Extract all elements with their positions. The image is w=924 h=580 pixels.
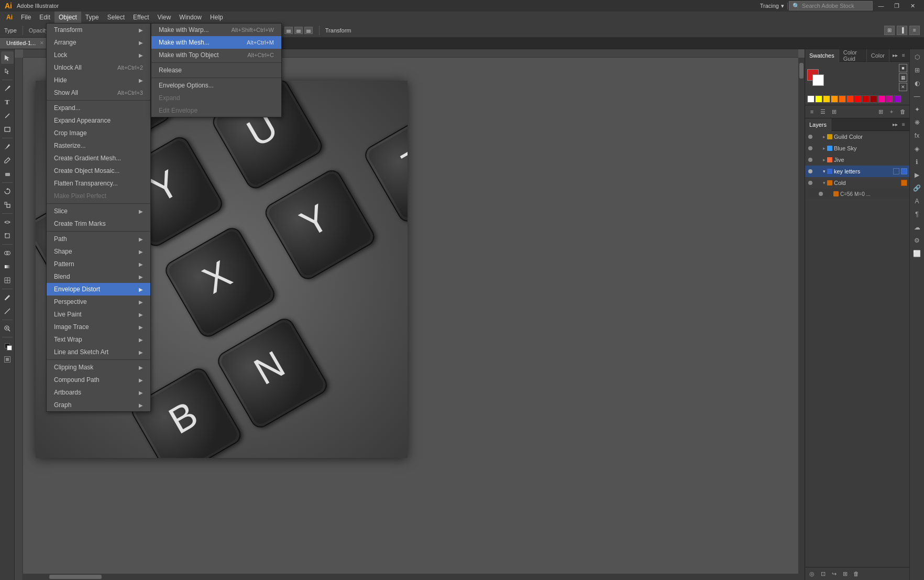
panel-menu-icon[interactable]: ≡ [900, 52, 907, 59]
character-styles-panel-icon[interactable]: A [911, 195, 923, 207]
search-box[interactable]: 🔍 [789, 1, 873, 10]
menu-item-blend[interactable]: Blend ▶ [47, 270, 150, 283]
swatch-item[interactable] [823, 95, 830, 103]
layer-visibility-jive[interactable] [807, 157, 813, 163]
menu-item-path[interactable]: Path ▶ [47, 233, 150, 245]
layer-visibility-blue-sky[interactable] [807, 145, 813, 151]
appearance-panel-icon[interactable]: ◈ [911, 143, 923, 155]
menu-item-create-object-mosaic[interactable]: Create Object Mosaic... [47, 165, 150, 177]
stroke-panel-icon[interactable]: — [911, 91, 923, 102]
align-left-button[interactable] [284, 27, 293, 34]
horizontal-scrollbar[interactable] [23, 574, 805, 580]
selection-tool-button[interactable] [1, 51, 14, 64]
links-panel-icon[interactable]: 🔗 [911, 182, 923, 194]
layer-item-blue-sky[interactable]: ▸ Blue Sky [805, 143, 909, 154]
menu-item-create-trim-marks[interactable]: Create Trim Marks [47, 217, 150, 230]
menu-item-live-paint[interactable]: Live Paint ▶ [47, 308, 150, 321]
menu-item-expand[interactable]: Expand... [47, 102, 150, 114]
swatch-item[interactable] [815, 95, 822, 103]
menu-item-create-gradient-mesh[interactable]: Create Gradient Mesh... [47, 152, 150, 165]
layer-item-cold[interactable]: ▾ Cold [805, 177, 909, 189]
measure-tool-button[interactable] [1, 305, 14, 318]
info-panel-icon[interactable]: ℹ [911, 156, 923, 168]
gradient-tool-button[interactable] [1, 260, 14, 273]
free-transform-tool-button[interactable] [1, 229, 14, 242]
zoom-tool-button[interactable] [1, 322, 14, 335]
submenu-make-with-mesh[interactable]: Make with Mesh... Alt+Ctrl+M [151, 36, 281, 49]
menu-item-artboards[interactable]: Artboards ▶ [47, 386, 150, 399]
delete-selection-btn[interactable]: 🗑 [851, 569, 861, 578]
direct-selection-tool-button[interactable] [1, 65, 14, 78]
tab-color-guide[interactable]: Color Guid [839, 49, 867, 62]
eraser-tool-button[interactable] [1, 168, 14, 180]
properties-panel-icon[interactable]: ⚙ [911, 235, 923, 246]
tab-layers[interactable]: Layers [805, 118, 831, 131]
submenu-release[interactable]: Release [151, 64, 281, 76]
menu-item-flatten-transparency[interactable]: Flatten Transparency... [47, 177, 150, 190]
grid-button[interactable]: ⊞ [884, 26, 895, 35]
menu-item-envelope-distort[interactable]: Envelope Distort ▶ [47, 283, 150, 296]
scrollbar-thumb-v[interactable] [799, 63, 804, 79]
pencil-tool-button[interactable] [1, 154, 14, 167]
submenu-envelope-options[interactable]: Envelope Options... [151, 79, 281, 92]
mesh-tool-button[interactable] [1, 274, 14, 287]
close-button[interactable]: ✕ [905, 0, 920, 12]
menu-item-expand-appearance[interactable]: Expand Appearance [47, 114, 150, 127]
panel-button[interactable]: ▐ [897, 26, 907, 35]
panel-expand-icon[interactable]: ▸▸ [892, 52, 899, 59]
rect-tool-button[interactable] [1, 123, 14, 136]
menu-item-slice[interactable]: Slice ▶ [47, 205, 150, 217]
swatch-library-btn[interactable]: ≡ [807, 107, 817, 116]
menu-window[interactable]: Window [175, 12, 206, 23]
layer-expand-jive[interactable]: ▸ [823, 157, 826, 162]
menu-item-shape[interactable]: Shape ▶ [47, 245, 150, 258]
menu-effect[interactable]: Effect [129, 12, 153, 23]
menu-item-transform[interactable]: Transform ▶ [47, 24, 150, 36]
swatch-item[interactable] [831, 95, 838, 103]
create-new-layer-btn[interactable]: ⊞ [840, 569, 850, 578]
pen-tool-button[interactable] [1, 82, 14, 95]
actions-panel-icon[interactable]: ▶ [911, 169, 923, 181]
scale-tool-button[interactable] [1, 199, 14, 211]
doc-tab-untitled[interactable]: Untitled-1... ✕ [0, 37, 51, 49]
menu-item-clipping-mask[interactable]: Clipping Mask ▶ [47, 361, 150, 374]
menu-item-text-wrap[interactable]: Text Wrap ▶ [47, 333, 150, 346]
eyedropper-tool-button[interactable] [1, 291, 14, 304]
menu-item-pattern[interactable]: Pattern ▶ [47, 258, 150, 270]
align-center-button[interactable] [294, 27, 303, 34]
show-swatch-kinds-btn[interactable]: ☰ [818, 107, 828, 116]
layer-visibility-guild[interactable] [807, 134, 813, 140]
menu-file[interactable]: File [17, 12, 35, 23]
swatch-grid-btn[interactable]: ⊞ [829, 107, 839, 116]
line-tool-button[interactable] [1, 110, 14, 122]
layer-expand-cold[interactable]: ▾ [823, 180, 826, 185]
tab-color[interactable]: Color [867, 49, 889, 62]
scrollbar-thumb-h[interactable] [49, 575, 102, 579]
menu-item-show-all[interactable]: Show All Alt+Ctrl+3 [47, 86, 150, 99]
layer-expand-blue-sky[interactable]: ▸ [823, 146, 826, 151]
brush-panel-icon[interactable]: ✦ [911, 104, 923, 115]
swatch-item[interactable] [846, 95, 854, 103]
swatch-item[interactable] [894, 95, 901, 103]
rotate-tool-button[interactable] [1, 185, 14, 198]
layer-visibility-cold[interactable] [807, 180, 813, 186]
libraries-panel-icon[interactable]: ☁ [911, 222, 923, 233]
menu-object[interactable]: Object [54, 12, 81, 23]
layer-item-jive[interactable]: ▸ Jive [805, 154, 909, 166]
menu-item-lock[interactable]: Lock ▶ [47, 49, 150, 61]
layer-item-guild-color[interactable]: ▸ Guild Color [805, 131, 909, 143]
swatch-item[interactable] [807, 95, 815, 103]
layers-expand-icon[interactable]: ▸▸ [892, 121, 899, 128]
restore-button[interactable]: ❐ [889, 0, 904, 12]
sub-layer-visibility-c56[interactable] [818, 191, 824, 197]
menu-item-crop-image[interactable]: Crop Image [47, 127, 150, 139]
fg-bg-swatches[interactable] [807, 69, 824, 86]
minimize-button[interactable]: — [874, 0, 888, 12]
layer-visibility-key-letters[interactable] [807, 168, 813, 174]
menu-ai[interactable]: Ai [2, 12, 17, 23]
sub-layer-item-c56[interactable]: C=56 M=0 ... [805, 189, 909, 199]
layer-target-key-letters[interactable] [893, 168, 899, 174]
background-swatch[interactable] [812, 74, 824, 86]
tab-swatches[interactable]: Swatches [805, 49, 839, 62]
menu-view[interactable]: View [153, 12, 175, 23]
